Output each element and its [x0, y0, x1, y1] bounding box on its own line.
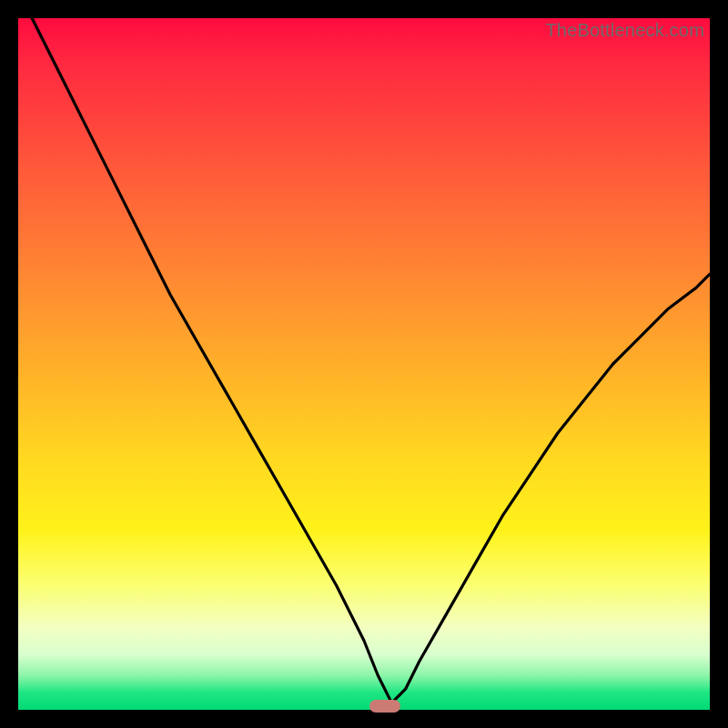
- chart-frame: TheBottleneck.com: [0, 0, 728, 728]
- plot-area: TheBottleneck.com: [18, 18, 710, 710]
- optimal-point-marker: [369, 700, 400, 713]
- bottleneck-curve: [18, 18, 710, 710]
